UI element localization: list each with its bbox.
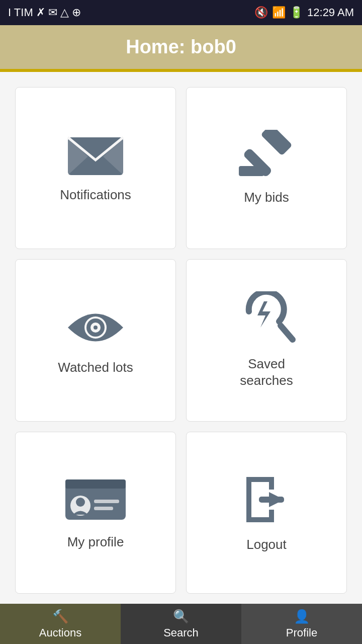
svg-point-15 [76, 498, 85, 507]
search-nav-icon: 🔍 [173, 609, 189, 624]
nav-search[interactable]: 🔍 Search [121, 604, 241, 644]
id-card-icon [63, 474, 128, 525]
search-nav-label: Search [163, 626, 199, 639]
svg-rect-13 [65, 479, 126, 489]
status-bar: I TIM ✗ ✉ △ ⊕ 🔇 📶 🔋 12:29 AM [0, 0, 362, 25]
my-profile-card[interactable]: My profile [15, 432, 176, 594]
svg-point-9 [94, 326, 98, 330]
svg-rect-5 [239, 166, 264, 176]
logout-card[interactable]: Logout [186, 432, 347, 594]
notifications-label: Notifications [60, 187, 131, 204]
nav-auctions[interactable]: 🔨 Auctions [0, 604, 121, 644]
saved-searches-label: Saved searches [240, 356, 293, 390]
search-lightning-icon [236, 291, 297, 347]
nav-profile[interactable]: 👤 Profile [241, 604, 362, 644]
status-carrier: I TIM ✗ ✉ △ ⊕ [8, 6, 81, 19]
logout-label: Logout [246, 536, 287, 553]
sign-out-icon [236, 472, 297, 527]
my-profile-label: My profile [67, 534, 124, 551]
grid-row-3: My profile Logout [15, 432, 347, 594]
bottom-nav: 🔨 Auctions 🔍 Search 👤 Profile [0, 604, 362, 644]
watched-lots-label: Watched lots [58, 359, 133, 376]
my-bids-label: My bids [244, 189, 289, 206]
profile-nav-icon: 👤 [294, 609, 310, 624]
profile-nav-label: Profile [286, 626, 317, 639]
svg-rect-3 [260, 130, 293, 156]
watched-lots-card[interactable]: Watched lots [15, 259, 176, 421]
notifications-card[interactable]: Notifications [15, 87, 176, 249]
svg-rect-17 [94, 507, 113, 510]
auctions-nav-label: Auctions [39, 626, 81, 639]
grid-row-1: Notifications My bids [15, 87, 347, 249]
gavel-icon [236, 130, 297, 180]
svg-rect-16 [94, 500, 119, 503]
svg-marker-10 [257, 301, 270, 328]
envelope-icon [65, 132, 126, 178]
page-title: Home: bob0 [126, 36, 236, 58]
saved-searches-card[interactable]: Saved searches [186, 259, 347, 421]
svg-line-11 [281, 326, 293, 340]
grid-row-2: Watched lots Saved searches [15, 259, 347, 421]
my-bids-card[interactable]: My bids [186, 87, 347, 249]
eye-icon [63, 305, 128, 350]
main-content: Notifications My bids [0, 72, 362, 604]
svg-rect-19 [259, 497, 284, 503]
app-header: Home: bob0 [0, 25, 362, 70]
status-right: 🔇 📶 🔋 12:29 AM [254, 6, 354, 19]
auctions-nav-icon: 🔨 [52, 609, 68, 624]
